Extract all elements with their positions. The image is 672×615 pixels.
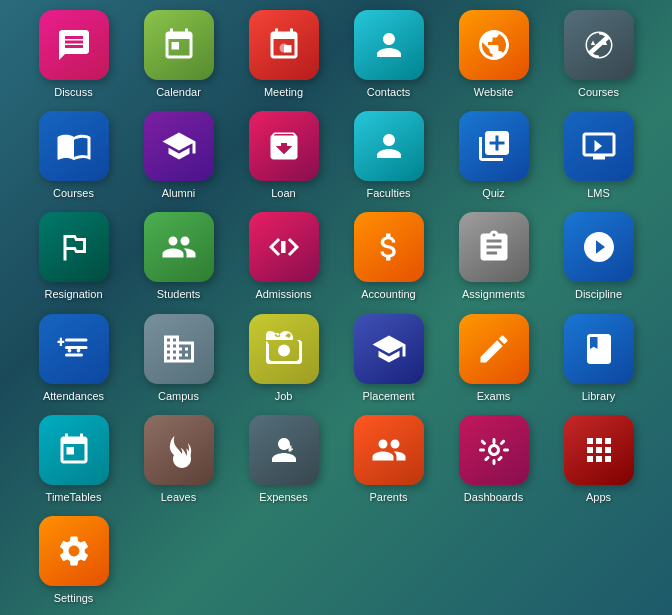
- app-label-expenses: Expenses: [259, 491, 307, 504]
- app-label-assignments: Assignments: [462, 288, 525, 301]
- app-label-calendar: Calendar: [156, 86, 201, 99]
- app-label-courses1: Courses: [578, 86, 619, 99]
- app-item-lms[interactable]: LMS: [551, 111, 646, 200]
- svg-rect-4: [65, 353, 83, 356]
- svg-rect-3: [65, 346, 88, 349]
- app-item-quiz[interactable]: Quiz: [446, 111, 541, 200]
- app-label-students: Students: [157, 288, 200, 301]
- svg-point-5: [278, 344, 290, 356]
- app-icon-quiz: [459, 111, 529, 181]
- app-icon-exams: [459, 314, 529, 384]
- app-icon-timetables: [39, 415, 109, 485]
- app-label-loan: Loan: [271, 187, 295, 200]
- app-label-job: Job: [275, 390, 293, 403]
- app-label-parents: Parents: [370, 491, 408, 504]
- app-icon-discuss: [39, 10, 109, 80]
- app-icon-settings: [39, 516, 109, 586]
- app-item-library[interactable]: Library: [551, 314, 646, 403]
- app-label-contacts: Contacts: [367, 86, 410, 99]
- app-item-accounting[interactable]: Accounting: [341, 212, 436, 301]
- app-item-attendances[interactable]: Attendances: [26, 314, 121, 403]
- app-item-meeting[interactable]: Meeting: [236, 10, 331, 99]
- app-item-dashboards[interactable]: Dashboards: [446, 415, 541, 504]
- app-item-alumni[interactable]: Alumni: [131, 111, 226, 200]
- app-label-placement: Placement: [363, 390, 415, 403]
- svg-rect-1: [281, 241, 286, 253]
- app-label-discuss: Discuss: [54, 86, 93, 99]
- app-label-apps: Apps: [586, 491, 611, 504]
- svg-rect-2: [65, 338, 88, 341]
- app-label-exams: Exams: [477, 390, 511, 403]
- app-icon-meeting: [249, 10, 319, 80]
- app-icon-library: [564, 314, 634, 384]
- app-item-assignments[interactable]: Assignments: [446, 212, 541, 301]
- app-item-courses2[interactable]: Courses: [26, 111, 121, 200]
- app-label-discipline: Discipline: [575, 288, 622, 301]
- app-icon-courses2: [39, 111, 109, 181]
- app-item-parents[interactable]: Parents: [341, 415, 436, 504]
- app-icon-campus: [144, 314, 214, 384]
- app-icon-faculties: [354, 111, 424, 181]
- app-item-courses1[interactable]: Courses: [551, 10, 646, 99]
- app-icon-students: [144, 212, 214, 282]
- app-item-students[interactable]: Students: [131, 212, 226, 301]
- app-icon-admissions: [249, 212, 319, 282]
- app-icon-placement: [354, 314, 424, 384]
- app-item-expenses[interactable]: Expenses: [236, 415, 331, 504]
- app-item-campus[interactable]: Campus: [131, 314, 226, 403]
- app-icon-alumni: [144, 111, 214, 181]
- app-item-exams[interactable]: Exams: [446, 314, 541, 403]
- app-icon-dashboards: [459, 415, 529, 485]
- app-label-campus: Campus: [158, 390, 199, 403]
- app-item-apps[interactable]: Apps: [551, 415, 646, 504]
- app-icon-accounting: [354, 212, 424, 282]
- app-item-calendar[interactable]: Calendar: [131, 10, 226, 99]
- app-grid: DiscussCalendarMeetingContactsWebsiteCou…: [11, 0, 661, 615]
- app-icon-website: [459, 10, 529, 80]
- app-icon-parents: [354, 415, 424, 485]
- app-label-library: Library: [582, 390, 616, 403]
- app-label-lms: LMS: [587, 187, 610, 200]
- app-label-admissions: Admissions: [255, 288, 311, 301]
- app-item-timetables[interactable]: TimeTables: [26, 415, 121, 504]
- app-item-discipline[interactable]: Discipline: [551, 212, 646, 301]
- app-item-contacts[interactable]: Contacts: [341, 10, 436, 99]
- app-item-loan[interactable]: Loan: [236, 111, 331, 200]
- app-label-alumni: Alumni: [162, 187, 196, 200]
- app-icon-calendar: [144, 10, 214, 80]
- app-label-courses2: Courses: [53, 187, 94, 200]
- app-icon-loan: [249, 111, 319, 181]
- app-label-dashboards: Dashboards: [464, 491, 523, 504]
- app-item-resignation[interactable]: Resignation: [26, 212, 121, 301]
- app-label-website: Website: [474, 86, 514, 99]
- app-item-settings[interactable]: Settings: [26, 516, 121, 605]
- app-item-website[interactable]: Website: [446, 10, 541, 99]
- app-icon-job: [249, 314, 319, 384]
- app-item-leaves[interactable]: Leaves: [131, 415, 226, 504]
- app-item-job[interactable]: Job: [236, 314, 331, 403]
- app-item-faculties[interactable]: Faculties: [341, 111, 436, 200]
- app-label-accounting: Accounting: [361, 288, 415, 301]
- svg-point-0: [279, 43, 288, 52]
- app-item-admissions[interactable]: Admissions: [236, 212, 331, 301]
- app-icon-attendances: [39, 314, 109, 384]
- app-label-settings: Settings: [54, 592, 94, 605]
- app-icon-courses1: [564, 10, 634, 80]
- app-icon-lms: [564, 111, 634, 181]
- app-icon-leaves: [144, 415, 214, 485]
- app-icon-apps: [564, 415, 634, 485]
- app-icon-discipline: [564, 212, 634, 282]
- app-icon-expenses: [249, 415, 319, 485]
- app-item-placement[interactable]: Placement: [341, 314, 436, 403]
- app-label-meeting: Meeting: [264, 86, 303, 99]
- app-icon-contacts: [354, 10, 424, 80]
- app-icon-resignation: [39, 212, 109, 282]
- app-icon-assignments: [459, 212, 529, 282]
- app-label-resignation: Resignation: [44, 288, 102, 301]
- app-label-faculties: Faculties: [366, 187, 410, 200]
- app-label-quiz: Quiz: [482, 187, 505, 200]
- app-label-timetables: TimeTables: [46, 491, 102, 504]
- app-label-attendances: Attendances: [43, 390, 104, 403]
- app-item-discuss[interactable]: Discuss: [26, 10, 121, 99]
- app-label-leaves: Leaves: [161, 491, 196, 504]
